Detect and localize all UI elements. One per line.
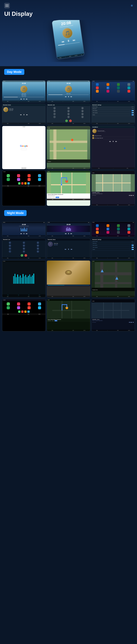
power-toggle[interactable] [132, 114, 134, 116]
ncp-red[interactable] [28, 302, 30, 306]
np-prev[interactable]: ⏮ [129, 194, 130, 196]
night-connect-toggle[interactable] [132, 247, 134, 248]
night-bt-controls[interactable]: ⏮ ⏸ ⏭ [47, 248, 90, 250]
app-camera[interactable] [117, 90, 120, 92]
play-1[interactable]: ⏸ [23, 98, 25, 100]
ncp-dock-3[interactable] [24, 310, 26, 313]
screen-waze-night[interactable]: 18:33 Sunny Coffee Modern Restaurant [47, 299, 90, 332]
track-1[interactable]: 华丰达_好久不见.mp3 [92, 134, 134, 137]
night-bt-prev[interactable]: ⏮ [64, 248, 66, 250]
cp-news-app[interactable] [28, 178, 30, 181]
screen-music-day-2[interactable]: 17:00 ●●● 20:08 🎵 Music Title ⏮ ⏸ ⏭ [47, 80, 90, 102]
screen-not-playing-night[interactable]: 18:01 10:16 ETA 3.0 mi Start on Cosquilu… [92, 299, 135, 332]
screen-bt-call[interactable]: Bluetooth_Call 1 2 3 4 5 6 7 8 9 * 0 # [47, 104, 90, 124]
np-night-play[interactable]: ▶ [131, 322, 132, 323]
call-numpad[interactable]: 1 2 3 4 5 6 7 8 9 * 0 # [47, 106, 90, 119]
call-btn[interactable]: 📞 [65, 120, 68, 122]
night-app-bt[interactable]: BT [106, 228, 109, 230]
n-num-0[interactable]: 0 [23, 250, 25, 253]
night-app-maps[interactable] [96, 228, 99, 230]
np-night-next[interactable]: ⏭ [132, 322, 134, 323]
go-button[interactable]: GO [56, 197, 59, 198]
screen-bt-settings[interactable]: Bluetooth_Settings Device name CarBT Dev… [92, 104, 135, 124]
np-night-prev[interactable]: ⏮ [129, 322, 130, 323]
screen-music-night-1[interactable]: 18:00 ●●● 20:08 A stunning galaxy of det… [2, 222, 46, 237]
night-bt-next[interactable]: ⏭ [71, 248, 72, 250]
bt-music-controls[interactable]: ⏮ ⏸ ⏭ [2, 114, 46, 116]
night-app-music[interactable] [106, 224, 109, 227]
app-carplay[interactable] [106, 90, 109, 92]
bt-prev[interactable]: ⏮ [20, 114, 22, 116]
night-app-settings[interactable] [128, 224, 130, 227]
local-prev[interactable]: ⏮ [109, 140, 111, 142]
cp-red-app[interactable] [28, 174, 30, 177]
google-search-bar[interactable] [21, 148, 27, 150]
night-call-btns[interactable]: 📞 📵 [2, 254, 46, 257]
n-num-3[interactable]: 3 [37, 242, 39, 244]
screen-video[interactable]: DIAL ♪ GPS AUTO [47, 260, 90, 298]
ncp-news[interactable] [28, 306, 30, 309]
n-num-4[interactable]: 4 [9, 244, 11, 247]
bt-play[interactable]: ⏸ [23, 114, 25, 116]
ncp-spotify[interactable]: 🎧 [7, 306, 10, 309]
prev-1[interactable]: ⏮ [20, 98, 22, 100]
screen-carplay-night[interactable]: 18:40 📞 🎵 🎧 [2, 299, 46, 332]
cp-dock-1[interactable] [18, 182, 20, 184]
prev-2[interactable]: ⏮ [65, 96, 66, 98]
play-2[interactable]: ⏸ [68, 96, 69, 98]
ncp-phone[interactable]: 📞 [7, 302, 10, 306]
call-action-btns[interactable]: 📞 📵 [47, 119, 90, 123]
night-app-camera[interactable] [117, 231, 120, 234]
n-num-5[interactable]: 5 [23, 244, 25, 247]
app-telegram[interactable] [96, 83, 99, 86]
app-settings[interactable] [128, 83, 130, 86]
night-call-numpad[interactable]: 1 2 3 4 5 6 7 8 9 * 0 # [2, 240, 46, 254]
np-next[interactable]: ⏭ [132, 194, 134, 196]
night-controls-2[interactable]: ⏮ ⏸ ⏭ [47, 232, 90, 234]
night-app-youtube[interactable] [128, 231, 130, 234]
n-play-1[interactable]: ⏸ [23, 232, 25, 234]
num-1[interactable]: 1 [53, 107, 56, 110]
num-3[interactable]: 3 [81, 107, 84, 110]
cp-waze-app[interactable] [38, 178, 41, 181]
play-btn[interactable]: ⏸ [67, 39, 70, 43]
cp-dock-2[interactable] [21, 182, 24, 184]
n-hang-btn[interactable]: 📵 [24, 254, 27, 257]
night-app-telegram[interactable] [96, 224, 99, 227]
night-controls-1[interactable]: ⏮ ⏸ ⏭ [2, 232, 46, 234]
n-num-8[interactable]: 8 [23, 247, 25, 250]
ncp-dock-1[interactable] [18, 310, 20, 313]
n-num-2[interactable]: 2 [23, 242, 25, 244]
auto-answer-toggle[interactable] [132, 110, 134, 111]
cp-podcasts-app[interactable] [17, 178, 20, 181]
screen-bt-settings-night[interactable]: Bluetooth_Settings Device name CarBT Dev… [92, 238, 135, 259]
hang-btn[interactable]: 📵 [69, 120, 72, 122]
n-num-1[interactable]: 1 [9, 242, 11, 244]
screen-bt-call-night[interactable]: Bluetooth_Call 1 2 3 4 5 6 7 8 9 * 0 # [2, 238, 46, 259]
n-prev-1[interactable]: ⏮ [20, 232, 22, 234]
screen-google[interactable]: 17:00 Google DIAL ♪ GPS [2, 126, 46, 169]
app-youtube[interactable] [128, 90, 130, 92]
nav-icon[interactable]: ≡ [131, 4, 133, 8]
n-num-9[interactable]: 9 [37, 247, 39, 250]
controls-2[interactable]: ⏮ ⏸ ⏭ [47, 96, 90, 98]
screen-music-day-1[interactable]: 17:00 ●●● 20:08 🎵 Music Title Music Albu… [2, 80, 46, 102]
app-vehicle[interactable] [117, 86, 120, 89]
n-num-star[interactable]: * [9, 250, 11, 253]
local-controls[interactable]: ⏮ ⏸ ⏭ [92, 140, 134, 142]
n-play-2[interactable]: ⏸ [68, 232, 69, 234]
night-app-radio[interactable] [128, 228, 130, 230]
num-6[interactable]: 6 [81, 110, 84, 112]
num-0[interactable]: 0 [67, 116, 70, 118]
ncp-waze[interactable] [38, 306, 41, 309]
cp-dock-3[interactable] [24, 182, 26, 184]
cp-spotify-app[interactable]: 🎧 [7, 178, 10, 181]
app-phone[interactable] [117, 83, 120, 86]
local-next[interactable]: ⏭ [115, 140, 117, 142]
night-answer-toggle[interactable] [132, 245, 134, 246]
num-star[interactable]: * [53, 116, 56, 118]
num-9[interactable]: 9 [81, 113, 84, 115]
np-night-controls[interactable]: ⏮ ▶ ⏭ [129, 322, 134, 323]
screen-bt-music-night[interactable]: Bluetooth_Music 🎵 Music Title Music Albu… [47, 238, 90, 259]
local-play[interactable]: ⏸ [112, 140, 114, 142]
